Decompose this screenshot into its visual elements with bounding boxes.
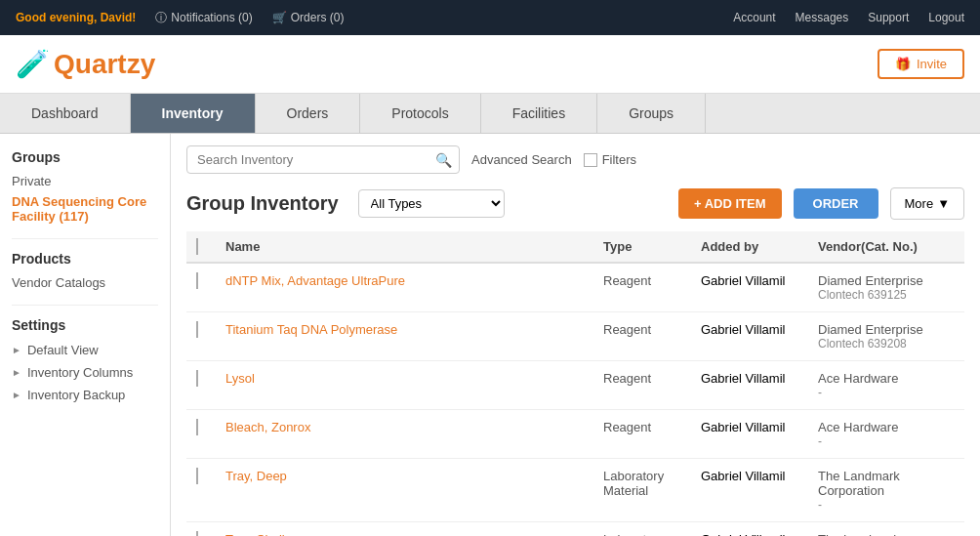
type-select[interactable]: All Types Reagent Laboratory Material Eq…: [358, 189, 505, 218]
logo[interactable]: 🧪 Quartzy: [16, 48, 155, 80]
item-type: Reagent: [603, 322, 651, 337]
item-vendor-main: Diamed Enterprise: [818, 273, 955, 288]
item-added-by: Gabriel Villamil: [701, 273, 785, 288]
filters-wrap[interactable]: Filters: [584, 152, 636, 167]
gift-icon: 🎁: [895, 57, 911, 71]
tab-orders[interactable]: Orders: [256, 94, 361, 133]
main-nav: Dashboard Inventory Orders Protocols Fac…: [0, 94, 980, 134]
table-row: Tray, Deep Laboratory Material Gabriel V…: [186, 459, 964, 522]
row-type-cell: Laboratory Material: [593, 522, 691, 537]
order-button[interactable]: ORDER: [794, 188, 878, 219]
row-checkbox-cell: [186, 410, 216, 459]
row-checkbox-cell: [186, 312, 216, 361]
item-name-link[interactable]: Tray, Deep: [225, 469, 287, 483]
item-added-by: Gabriel Villamil: [701, 371, 785, 386]
arrow-icon-inv-columns: ►: [12, 367, 21, 378]
sidebar-item-dna[interactable]: DNA Sequencing Core Facility (117): [12, 191, 158, 227]
sidebar-item-inventory-backup[interactable]: ► Inventory Backup: [12, 384, 158, 406]
row-added-by-cell: Gabriel Villamil: [691, 312, 808, 361]
row-checkbox[interactable]: [196, 468, 198, 484]
item-vendor-main: The Landmark Corporation: [818, 469, 955, 498]
sidebar-item-inventory-columns[interactable]: ► Inventory Columns: [12, 361, 158, 384]
row-checkbox[interactable]: [196, 370, 198, 387]
search-bar: 🔍 Advanced Search Filters: [186, 145, 964, 174]
tab-dashboard[interactable]: Dashboard: [0, 94, 131, 133]
inventory-toolbar: Group Inventory All Types Reagent Labora…: [186, 187, 964, 220]
item-vendor-main: The Landmark Corporation: [818, 532, 955, 536]
table-row: Titanium Taq DNA Polymerase Reagent Gabr…: [186, 312, 964, 361]
col-header-added: Added by: [691, 231, 808, 263]
item-added-by: Gabriel Villamil: [701, 532, 785, 536]
tab-facilities[interactable]: Facilities: [481, 94, 597, 133]
sidebar-item-private[interactable]: Private: [12, 171, 158, 191]
orders-link[interactable]: 🛒 Orders (0): [272, 11, 345, 24]
row-checkbox-cell: [186, 522, 216, 537]
row-checkbox[interactable]: [196, 531, 198, 536]
greeting-text: Good evening, David!: [16, 11, 136, 24]
row-checkbox[interactable]: [196, 321, 198, 338]
notifications-link[interactable]: ⓘ Notifications (0): [155, 10, 252, 26]
top-nav: Good evening, David! ⓘ Notifications (0)…: [0, 0, 980, 35]
item-type: Reagent: [603, 420, 651, 434]
sidebar-item-vendor-catalogs[interactable]: Vendor Catalogs: [12, 272, 158, 293]
row-vendor-cell: Ace Hardware -: [808, 361, 964, 410]
row-checkbox[interactable]: [196, 419, 198, 435]
item-name-link[interactable]: Tray, Shallow: [225, 532, 301, 536]
item-type: Laboratory Material: [603, 469, 664, 498]
row-type-cell: Reagent: [593, 263, 691, 312]
group-inventory-title: Group Inventory: [186, 192, 339, 215]
item-vendor-main: Diamed Enterprise: [818, 322, 955, 337]
item-type: Reagent: [603, 371, 651, 386]
tab-inventory[interactable]: Inventory: [131, 94, 256, 133]
row-vendor-cell: The Landmark Corporation: [808, 522, 964, 537]
tab-groups[interactable]: Groups: [597, 94, 706, 133]
row-added-by-cell: Gabriel Villamil: [691, 410, 808, 459]
table-row: dNTP Mix, Advantage UltraPure Reagent Ga…: [186, 263, 964, 312]
item-name-link[interactable]: Titanium Taq DNA Polymerase: [225, 322, 397, 337]
row-checkbox-cell: [186, 459, 216, 522]
search-input[interactable]: [186, 145, 460, 174]
item-vendor-sub: -: [818, 498, 955, 512]
search-input-wrap: 🔍: [186, 145, 460, 174]
row-name-cell: Lysol: [216, 361, 593, 410]
tab-protocols[interactable]: Protocols: [360, 94, 480, 133]
logo-icon: 🧪: [16, 48, 50, 80]
logo-text: Quartzy: [54, 49, 155, 80]
account-link[interactable]: Account: [733, 11, 775, 24]
filters-checkbox[interactable]: [584, 153, 597, 167]
products-section-title: Products: [12, 251, 158, 267]
table-row: Lysol Reagent Gabriel Villamil Ace Hardw…: [186, 361, 964, 410]
more-button[interactable]: More ▼: [890, 187, 965, 220]
row-vendor-cell: Diamed Enterprise Clontech 639208: [808, 312, 964, 361]
row-name-cell: Titanium Taq DNA Polymerase: [216, 312, 593, 361]
row-vendor-cell: Ace Hardware -: [808, 410, 964, 459]
row-name-cell: Bleach, Zonrox: [216, 410, 593, 459]
chevron-down-icon: ▼: [937, 196, 950, 211]
select-all-checkbox[interactable]: [196, 238, 198, 255]
item-name-link[interactable]: Lysol: [225, 371, 255, 386]
advanced-search-link[interactable]: Advanced Search: [471, 152, 572, 167]
row-added-by-cell: Gabriel Villamil: [691, 361, 808, 410]
logout-link[interactable]: Logout: [928, 11, 964, 24]
search-icon: 🔍: [435, 152, 452, 168]
messages-link[interactable]: Messages: [796, 11, 849, 24]
sidebar-item-default-view[interactable]: ► Default View: [12, 339, 158, 361]
support-link[interactable]: Support: [868, 11, 909, 24]
item-name-link[interactable]: Bleach, Zonrox: [225, 420, 310, 434]
invite-button[interactable]: 🎁 Invite: [878, 49, 964, 79]
row-name-cell: Tray, Deep: [216, 459, 593, 522]
item-name-link[interactable]: dNTP Mix, Advantage UltraPure: [225, 273, 405, 288]
sidebar: Groups Private DNA Sequencing Core Facil…: [0, 134, 171, 536]
notification-icon: ⓘ: [155, 10, 167, 26]
item-vendor-sub: -: [818, 386, 955, 399]
cart-icon: 🛒: [272, 11, 287, 24]
row-added-by-cell: Gabriel Villamil: [691, 522, 808, 537]
add-item-button[interactable]: + ADD ITEM: [678, 188, 782, 219]
inventory-table: Name Type Added by Vendor(Cat. No.) dNTP…: [186, 231, 964, 536]
row-checkbox[interactable]: [196, 272, 198, 289]
item-vendor-sub: -: [818, 434, 955, 448]
logo-bar: 🧪 Quartzy 🎁 Invite: [0, 35, 980, 94]
row-type-cell: Reagent: [593, 312, 691, 361]
row-name-cell: dNTP Mix, Advantage UltraPure: [216, 263, 593, 312]
item-type: Laboratory Material: [603, 532, 664, 536]
